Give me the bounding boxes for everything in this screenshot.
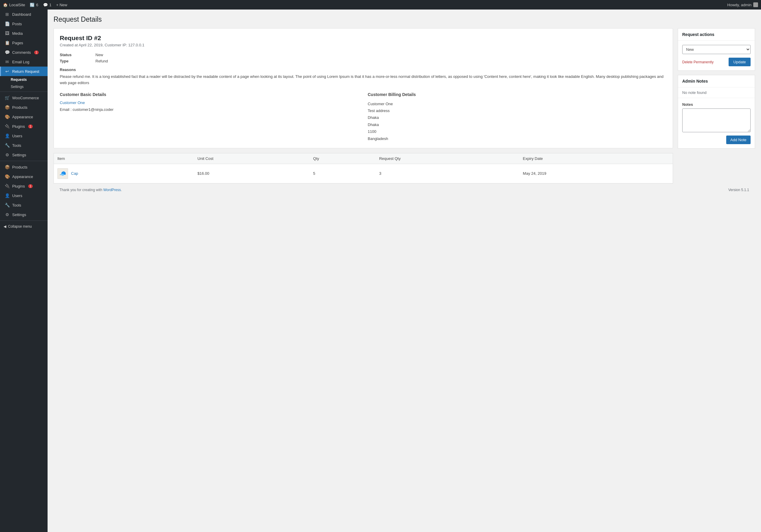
status-label: Status	[60, 53, 95, 57]
status-select[interactable]: New Pending Processing Completed Cancell…	[682, 45, 751, 54]
users-2-icon: 👤	[4, 193, 10, 198]
updates-count: 6	[36, 3, 38, 7]
sidebar-label-settings-2: Settings	[12, 212, 26, 217]
item-request-qty: 3	[376, 164, 519, 183]
adminbar-howdy: Howdy, admin	[728, 2, 758, 7]
item-qty: 5	[310, 164, 376, 183]
comments-menu-icon: 💬	[4, 50, 10, 55]
sidebar-item-settings-2[interactable]: ⚙ Settings	[0, 210, 48, 219]
sidebar-label-plugins-1: Plugins	[12, 124, 25, 129]
menu-separator-2	[0, 161, 48, 161]
col-qty: Qty	[310, 153, 376, 164]
notes-textarea[interactable]	[682, 108, 751, 132]
collapse-menu-button[interactable]: ◀ Collapse menu	[0, 222, 48, 231]
request-actions-title: Request actions	[678, 29, 755, 41]
sidebar: ⊞ Dashboard 📄 Posts 🖼 Media 📋 Pages 💬 Co…	[0, 10, 48, 532]
email-prefix: Email :	[60, 107, 73, 112]
status-value: New	[95, 53, 103, 57]
item-name-link[interactable]: Cap	[71, 171, 78, 176]
footer-version: Version 5.1.1	[728, 188, 749, 192]
footer-thanks: Thank you for creating with WordPress.	[59, 188, 122, 192]
sidebar-item-plugins-1[interactable]: 🔌 Plugins 1	[0, 122, 48, 131]
billing-address: Customer One Test address Dhaka Dhaka 11…	[368, 100, 667, 142]
adminbar-comments[interactable]: 💬 1	[43, 3, 51, 7]
admin-notes-card: Admin Notes No note found Notes Add Note	[678, 75, 755, 148]
sidebar-item-plugins-2[interactable]: 🔌 Plugins 1	[0, 181, 48, 191]
adminbar-site[interactable]: 🏠 LocalSite	[3, 3, 25, 7]
sidebar-label-users-2: Users	[12, 194, 22, 198]
customer-basic-title: Customer Basic Details	[60, 92, 359, 97]
sidebar-label-posts: Posts	[12, 22, 22, 26]
adminbar-new[interactable]: + New	[56, 3, 67, 7]
sidebar-label-comments: Comments	[12, 50, 31, 55]
adminbar-updates[interactable]: 🔄 6	[30, 3, 38, 7]
sidebar-sub-requests[interactable]: Requests	[0, 76, 48, 83]
return-request-icon: ↩	[4, 69, 10, 74]
type-row: Type Refund	[60, 59, 667, 63]
request-actions-body: New Pending Processing Completed Cancell…	[678, 41, 755, 71]
sidebar-item-tools-1[interactable]: 🔧 Tools	[0, 141, 48, 150]
menu-separator-3	[0, 220, 48, 221]
sidebar-item-settings-1[interactable]: ⚙ Settings	[0, 150, 48, 160]
sidebar-sub-label-requests: Requests	[11, 78, 27, 82]
users-1-icon: 👤	[4, 134, 10, 138]
request-actions-card: Request actions New Pending Processing C…	[678, 28, 755, 71]
customer-billing-title: Customer Billing Details	[368, 92, 667, 97]
sidebar-item-return-request[interactable]: ↩ Return Request	[0, 67, 48, 76]
customer-name-link[interactable]: Customer One	[60, 100, 85, 105]
sidebar-item-woocommerce[interactable]: 🛒 WooCommerce	[0, 93, 48, 102]
update-button[interactable]: Update	[729, 58, 751, 66]
collapse-label: Collapse menu	[8, 224, 32, 229]
comments-icon: 💬	[43, 3, 48, 7]
sidebar-label-email-log: Email Log	[12, 60, 29, 64]
table-row: 🧢 Cap $16.00 5 3 May 24, 2019	[54, 164, 673, 183]
sidebar-label-dashboard: Dashboard	[12, 12, 31, 17]
type-value: Refund	[95, 59, 108, 63]
col-request-qty: Request Qty	[376, 153, 519, 164]
sidebar-item-posts[interactable]: 📄 Posts	[0, 19, 48, 29]
sidebar-label-tools-2: Tools	[12, 203, 21, 207]
billing-city: Dhaka	[368, 114, 667, 121]
products-2-icon: 📦	[4, 165, 10, 169]
sidebar-sub-settings[interactable]: Settings	[0, 83, 48, 90]
sidebar-label-users-1: Users	[12, 134, 22, 138]
billing-name: Customer One	[368, 100, 667, 107]
sidebar-sub-label-settings: Settings	[11, 85, 24, 89]
sidebar-item-users-2[interactable]: 👤 Users	[0, 191, 48, 200]
table-header-row: Item Unit Cost Qty Request Qty Expiry Da…	[54, 153, 673, 164]
sidebar-item-pages[interactable]: 📋 Pages	[0, 38, 48, 47]
sidebar-label-appearance-1: Appearance	[12, 115, 33, 119]
sidebar-label-media: Media	[12, 31, 23, 36]
items-card: Item Unit Cost Qty Request Qty Expiry Da…	[53, 153, 673, 184]
home-icon: 🏠	[3, 3, 8, 7]
delete-permanently-link[interactable]: Delete Permanently	[682, 60, 713, 64]
reasons-text: Please refund me. It is a long establish…	[60, 74, 667, 86]
sidebar-item-products-1[interactable]: 📦 Products	[0, 102, 48, 112]
sidebar-item-appearance-1[interactable]: 🎨 Appearance	[0, 112, 48, 122]
sidebar-label-appearance-2: Appearance	[12, 174, 33, 179]
howdy-text: Howdy, admin	[728, 3, 751, 7]
content-grid: Request ID #2 Created at April 22, 2019,…	[53, 28, 755, 184]
products-1-icon: 📦	[4, 105, 10, 110]
item-cell: 🧢 Cap	[54, 164, 194, 183]
sidebar-item-tools-2[interactable]: 🔧 Tools	[0, 200, 48, 210]
sidebar-item-email-log[interactable]: ✉ Email Log	[0, 57, 48, 67]
sidebar-item-media[interactable]: 🖼 Media	[0, 29, 48, 38]
sidebar-item-appearance-2[interactable]: 🎨 Appearance	[0, 172, 48, 181]
sidebar-item-products-2[interactable]: 📦 Products	[0, 162, 48, 172]
sidebar-item-comments[interactable]: 💬 Comments 1	[0, 47, 48, 57]
col-unit-cost: Unit Cost	[194, 153, 310, 164]
sidebar-label-pages: Pages	[12, 41, 23, 45]
add-note-button[interactable]: Add Note	[726, 136, 751, 144]
billing-state: Dhaka	[368, 121, 667, 128]
customer-billing-col: Customer Billing Details Customer One Te…	[368, 92, 667, 142]
sidebar-label-products-1: Products	[12, 105, 28, 110]
billing-zip: 1100	[368, 128, 667, 135]
sidebar-item-dashboard[interactable]: ⊞ Dashboard	[0, 10, 48, 19]
wordpress-link[interactable]: WordPress	[103, 188, 121, 192]
col-item: Item	[54, 153, 194, 164]
email-log-icon: ✉	[4, 59, 10, 64]
side-column: Request actions New Pending Processing C…	[678, 28, 755, 153]
sidebar-item-users-1[interactable]: 👤 Users	[0, 131, 48, 141]
admin-notes-title: Admin Notes	[678, 75, 755, 88]
